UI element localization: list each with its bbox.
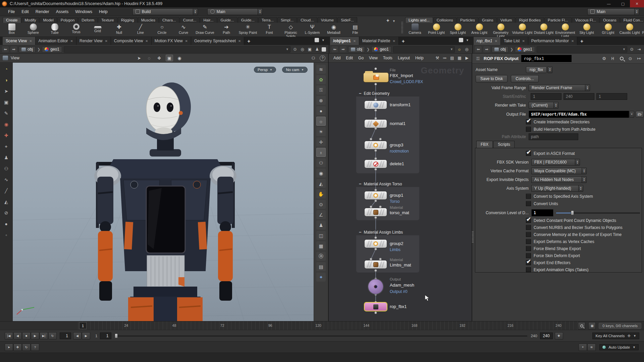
shelf-tab-lights-and[interactable]: Lights and... bbox=[405, 17, 433, 23]
node-name-label[interactable]: group2 bbox=[390, 241, 403, 246]
go-to-start-button[interactable]: |◀ bbox=[5, 332, 13, 340]
shelf-tool-null[interactable]: ✚Null bbox=[109, 23, 129, 35]
close-tab-icon[interactable]: ✕ bbox=[522, 39, 525, 43]
pane-tab-take-list[interactable]: Take List✕ bbox=[501, 37, 528, 45]
pane-tab-render-view[interactable]: Render View✕ bbox=[76, 37, 111, 45]
perspective-select-button[interactable]: Persp▼ bbox=[254, 67, 276, 73]
node-name-label[interactable]: normal1 bbox=[390, 121, 406, 126]
shelf-tool-caustic-light[interactable]: Caustic Light bbox=[619, 23, 640, 35]
shelf-tab-guide[interactable]: Guide... bbox=[238, 17, 258, 23]
node-name-label[interactable]: group1 bbox=[390, 193, 403, 198]
pane-resize-grip[interactable] bbox=[472, 231, 474, 243]
shelf-tab-volume[interactable]: Volume bbox=[318, 17, 337, 23]
pose-tool-icon[interactable]: ♟ bbox=[3, 154, 10, 161]
node-info-label[interactable]: Torso bbox=[390, 199, 399, 204]
play-reverse-button[interactable]: ◀ bbox=[13, 332, 22, 340]
range-options-icon[interactable]: ✚ bbox=[555, 332, 563, 340]
image-plane-icon[interactable]: ▤ bbox=[316, 262, 326, 271]
pane-tab-material-palette[interactable]: Material Palette✕ bbox=[359, 37, 399, 45]
range-start-field[interactable]: 1 bbox=[100, 333, 111, 339]
shelf-tab-rigging[interactable]: Rigging bbox=[118, 17, 138, 23]
tab-fbx[interactable]: FBX bbox=[476, 141, 493, 148]
shelf-tab-muscles[interactable]: Muscles bbox=[138, 17, 159, 23]
shelf-tool-sphere[interactable]: Sphere bbox=[23, 23, 44, 35]
checkbox-detect-constant-point-count-dynamic-objects[interactable] bbox=[526, 218, 531, 223]
viewport-header-label[interactable]: View bbox=[11, 56, 19, 60]
handles-icon[interactable]: ✥ bbox=[156, 55, 163, 61]
pane-tab-animation-editor[interactable]: Animation Editor✕ bbox=[36, 37, 76, 45]
layer-display-icon[interactable]: ≋ bbox=[316, 65, 326, 74]
pin-icon[interactable]: ⊙ bbox=[627, 56, 633, 62]
shelf-tool-box[interactable]: Box bbox=[1, 23, 22, 35]
checkbox-build-hierarchy-from-path-attribute[interactable] bbox=[526, 127, 531, 132]
network-status-icon[interactable]: ≋ bbox=[587, 344, 596, 351]
close-tab-icon[interactable]: ✕ bbox=[145, 39, 148, 43]
character-tool-icon[interactable]: ⚇ bbox=[3, 165, 10, 172]
add-pane-tab-button[interactable]: + bbox=[399, 37, 408, 45]
shelf-tool-font[interactable]: TFont bbox=[259, 23, 280, 35]
menu-file[interactable]: File bbox=[5, 8, 18, 15]
node-normal1[interactable] bbox=[365, 120, 387, 128]
pane-tab-performance-monitor[interactable]: Performance Monitor✕ bbox=[528, 37, 577, 45]
forward-icon[interactable]: ➡ bbox=[10, 46, 17, 52]
pane-tab-obj-geo1[interactable]: /obj/geo1✕ bbox=[330, 37, 359, 45]
show-geometry-icon[interactable]: ✿ bbox=[316, 75, 326, 84]
shelf-tab-simpl[interactable]: Simpl... bbox=[277, 17, 297, 23]
node-name-label[interactable]: rop_fbx1 bbox=[390, 304, 407, 309]
conversion-level-field[interactable]: 1 bbox=[531, 209, 553, 217]
shelf-tool-metaball[interactable]: ◉Metaball bbox=[323, 23, 344, 35]
breadcrumb-geo1[interactable]: geo1 bbox=[371, 46, 391, 53]
asset-menu-arrow[interactable]: ▲▼ bbox=[547, 66, 552, 73]
close-tab-icon[interactable]: ✕ bbox=[185, 39, 188, 43]
shelf-tool-spray-paint[interactable]: ✳Spray Paint bbox=[237, 23, 258, 35]
mirror-display-icon[interactable]: ◫ bbox=[316, 231, 326, 240]
controls-button[interactable]: Controls... bbox=[511, 75, 539, 82]
close-tab-icon[interactable]: ✕ bbox=[495, 39, 497, 43]
node-name-label[interactable]: group3 bbox=[390, 142, 403, 147]
shelf-tool-gi-light[interactable]: GI Light bbox=[598, 23, 619, 35]
target-icon[interactable]: ◎ bbox=[300, 47, 305, 52]
invisible-objects-combo[interactable]: As Hidden Null Nodes▲▼ bbox=[531, 176, 587, 183]
characters-icon[interactable]: ⚇ bbox=[310, 55, 317, 61]
play-icon[interactable]: ▶ bbox=[464, 55, 470, 61]
shelf-tab-grains[interactable]: Grains bbox=[479, 17, 497, 23]
menu-assets[interactable]: Assets bbox=[53, 8, 72, 15]
node-torso-mat[interactable] bbox=[365, 208, 387, 216]
node-delete1[interactable] bbox=[365, 160, 387, 168]
sphere-tool-icon[interactable]: ● bbox=[3, 220, 10, 228]
shelf-tool-circle[interactable]: ○Circle bbox=[152, 23, 172, 35]
paint-tool-icon[interactable]: ✎ bbox=[3, 110, 10, 117]
breadcrumb-obj[interactable]: obj bbox=[19, 46, 36, 53]
shelf-tool-line[interactable]: ╱Line bbox=[130, 23, 151, 35]
pin-icon[interactable]: ⊙ bbox=[629, 47, 635, 52]
close-tab-icon[interactable]: ✕ bbox=[105, 39, 107, 43]
shelf-tab-polygon[interactable]: Polygon bbox=[57, 17, 78, 23]
checkbox-convert-units[interactable] bbox=[526, 201, 531, 206]
minimize-button[interactable]: — bbox=[602, 0, 616, 7]
hand-display-icon[interactable]: ✋ bbox=[316, 189, 326, 198]
breadcrumb-geo1[interactable]: geo1 bbox=[515, 46, 535, 53]
tab-scripts[interactable]: Scripts bbox=[493, 141, 515, 148]
view-tool-icon[interactable]: ◔ bbox=[3, 65, 10, 73]
material-shade-icon[interactable]: ● bbox=[316, 106, 326, 115]
high-quality-lighting-icon[interactable]: ☀ bbox=[316, 127, 326, 136]
menu-edit[interactable]: Edit bbox=[18, 8, 32, 15]
forward-icon[interactable]: ➡ bbox=[340, 46, 346, 52]
node-transform1[interactable] bbox=[365, 101, 387, 109]
collapse-icon[interactable]: − bbox=[359, 182, 362, 186]
checkbox-convert-to-specified-axis-system[interactable] bbox=[526, 194, 531, 199]
lighting-icon[interactable]: ☼ bbox=[316, 117, 326, 126]
mouse-status-icon[interactable]: ⌖ bbox=[579, 344, 587, 351]
path-field[interactable]: ▼ bbox=[537, 46, 627, 53]
path-field[interactable]: ▼ bbox=[64, 46, 290, 53]
output-file-field[interactable]: $HIP/export/FBX/Adam.fbx bbox=[529, 111, 629, 118]
shelf-tab-particle-fl[interactable]: Particle Fl... bbox=[544, 17, 572, 23]
shelf-divider-grip[interactable] bbox=[401, 22, 403, 33]
dock-icon[interactable]: ⇥ bbox=[636, 47, 642, 52]
maximize-button[interactable]: ▢ bbox=[616, 0, 630, 7]
world-axis-icon[interactable]: ♁ bbox=[316, 148, 326, 157]
headlight-icon[interactable]: ⊗ bbox=[316, 96, 326, 105]
timeline-ruler[interactable]: 24487296120144168192216240 1 ▦ 0 keys, 0… bbox=[0, 321, 644, 330]
current-frame-field[interactable]: 1 bbox=[60, 333, 71, 339]
output-file-menu-arrow[interactable]: ▼ bbox=[629, 111, 634, 118]
